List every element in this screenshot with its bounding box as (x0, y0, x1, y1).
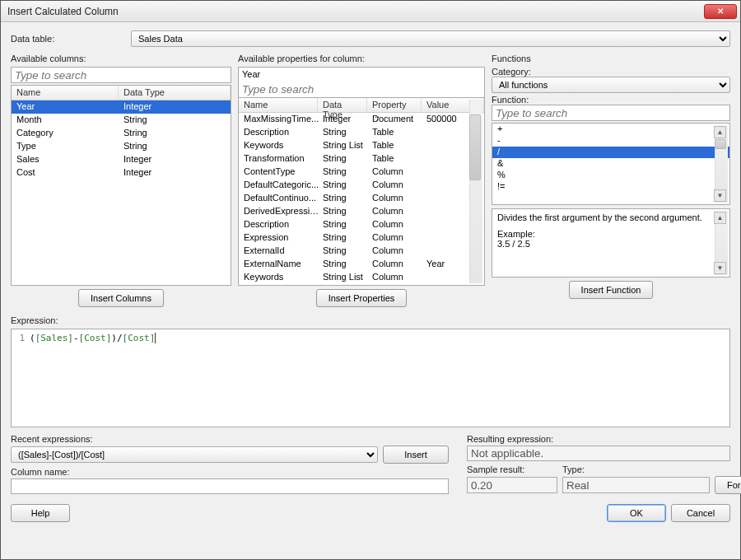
expression-editor[interactable]: 1([Sales]-[Cost])/[Cost] (11, 329, 730, 427)
scroll-up-icon[interactable]: ▲ (714, 126, 726, 138)
resulting-expression-field (467, 446, 730, 461)
desc-line: Divides the first argument by the second… (497, 212, 725, 222)
prop-header-property[interactable]: Property ... (367, 98, 422, 112)
table-row[interactable]: ExpressionStringColumn (239, 231, 484, 245)
insert-properties-button[interactable]: Insert Properties (316, 289, 408, 307)
scrollbar-thumb[interactable] (469, 114, 481, 180)
table-row[interactable]: ExternalNameStringColumnYear (239, 258, 484, 271)
sample-result-field (467, 477, 557, 493)
table-row[interactable]: TransformationStringTable (239, 152, 484, 166)
category-combo[interactable]: All functions (492, 77, 730, 93)
col-header-datatype[interactable]: Data Type (119, 86, 231, 100)
available-props-label: Available properties for column: (238, 54, 485, 67)
scroll-down-icon[interactable]: ▼ (714, 189, 726, 202)
table-row[interactable]: MaxMissingTime...IntegerDocument500000 (239, 113, 484, 126)
available-props-search[interactable] (238, 82, 485, 98)
dialog-window: Insert Calculated Column ✕ Data table: S… (0, 0, 741, 560)
table-row[interactable]: YearInteger (12, 100, 231, 114)
table-row[interactable]: DescriptionStringTable (239, 126, 484, 139)
column-name-label: Column name: (11, 467, 449, 477)
functions-label: Functions (492, 54, 730, 67)
scrollbar[interactable]: ▲ ▼ (715, 125, 728, 203)
scroll-down-icon[interactable]: ▼ (714, 262, 726, 274)
category-label: Category: (492, 67, 730, 77)
function-description: Divides the first argument by the second… (492, 208, 730, 278)
table-row[interactable]: CostInteger (12, 166, 231, 180)
expression-label: Expression: (11, 315, 730, 325)
table-row[interactable]: DefaultContinuo...StringColumn (239, 192, 484, 205)
available-props-list[interactable]: Name Data Type Property ... Value MaxMis… (238, 98, 485, 286)
table-row[interactable]: MonthString (12, 114, 231, 127)
desc-line: Example: (497, 229, 725, 239)
available-columns-search[interactable] (11, 67, 231, 83)
list-item[interactable]: / (492, 147, 729, 158)
titlebar: Insert Calculated Column ✕ (1, 1, 740, 22)
type-label: Type: (562, 464, 659, 474)
available-props-context: Year (238, 67, 485, 82)
function-search[interactable] (492, 105, 730, 121)
window-title: Insert Calculated Column (7, 6, 704, 17)
function-list[interactable]: +-/&%!= ▲ ▼ (492, 123, 730, 205)
desc-line: 3.5 / 2.5 (497, 239, 725, 249)
table-row[interactable]: DefaultCategoric...StringColumn (239, 179, 484, 192)
list-item[interactable]: & (492, 158, 729, 170)
available-columns-list[interactable]: Name Data Type YearIntegerMonthStringCat… (11, 85, 231, 286)
formatting-button[interactable]: Formatting... (715, 476, 741, 494)
help-button[interactable]: Help (11, 504, 70, 522)
type-field (562, 477, 710, 493)
prop-header-name[interactable]: Name (239, 98, 318, 112)
table-row[interactable]: LinkTemplateStringColumn (239, 284, 484, 285)
sample-result-label: Sample result: (467, 464, 557, 474)
table-row[interactable]: TypeString (12, 140, 231, 153)
insert-recent-button[interactable]: Insert (383, 446, 449, 464)
table-row[interactable]: DescriptionStringColumn (239, 218, 484, 231)
close-icon[interactable]: ✕ (704, 4, 737, 19)
table-row[interactable]: ContentTypeStringColumn (239, 166, 484, 179)
table-row[interactable]: ExternalIdStringColumn (239, 245, 484, 258)
recent-expressions-label: Recent expressions: (11, 434, 449, 444)
column-name-input[interactable] (11, 478, 449, 494)
data-table-label: Data table: (11, 34, 124, 44)
list-item[interactable]: + (492, 124, 729, 135)
table-row[interactable]: DerivedExpressionStringColumn (239, 205, 484, 218)
line-number: 1 (15, 333, 25, 343)
recent-expressions-combo[interactable]: ([Sales]-[Cost])/[Cost] (11, 446, 378, 463)
scroll-up-icon[interactable]: ▲ (714, 212, 726, 224)
ok-button[interactable]: OK (607, 504, 666, 522)
insert-function-button[interactable]: Insert Function (569, 281, 654, 299)
scrollbar[interactable] (469, 100, 482, 283)
table-row[interactable]: KeywordsString ListColumn (239, 271, 484, 284)
scrollbar-thumb[interactable] (715, 139, 726, 149)
table-row[interactable]: CategoryString (12, 127, 231, 140)
table-row[interactable]: KeywordsString ListTable (239, 139, 484, 152)
prop-header-datatype[interactable]: Data Type (318, 98, 367, 112)
col-header-name[interactable]: Name (12, 86, 119, 100)
scrollbar[interactable]: ▲ ▼ (715, 211, 728, 275)
function-label: Function: (492, 95, 730, 105)
list-item[interactable]: % (492, 170, 729, 181)
resulting-expression-label: Resulting expression: (467, 434, 730, 444)
cancel-button[interactable]: Cancel (671, 504, 730, 522)
insert-columns-button[interactable]: Insert Columns (78, 289, 164, 307)
available-columns-label: Available columns: (11, 54, 231, 67)
table-row[interactable]: SalesInteger (12, 153, 231, 166)
list-item[interactable]: != (492, 181, 729, 193)
data-table-combo[interactable]: Sales Data (131, 30, 730, 47)
list-item[interactable]: - (492, 135, 729, 147)
